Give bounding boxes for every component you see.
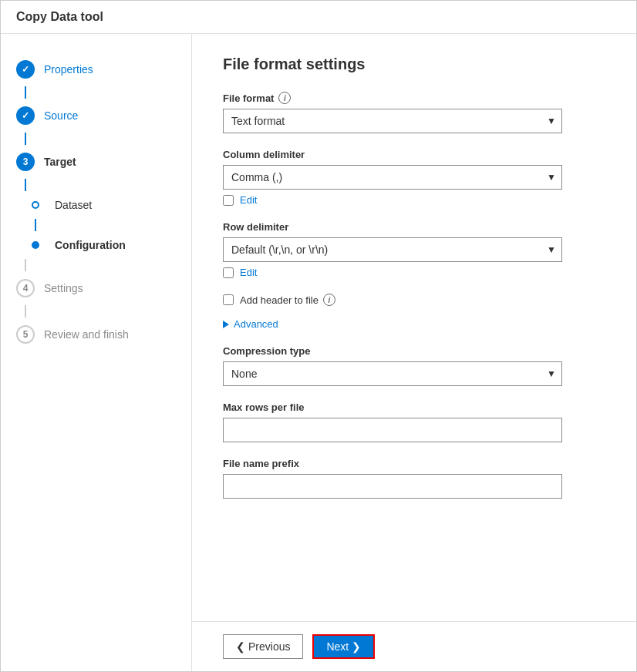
connector-4 — [35, 219, 36, 231]
advanced-row[interactable]: Advanced — [223, 318, 605, 330]
step-label-target: Target — [44, 156, 76, 168]
connector-2 — [25, 133, 26, 145]
column-delimiter-select[interactable]: Comma (,) Tab (\t) Pipe (|) Semicolon (;… — [223, 165, 562, 190]
compression-type-label: Compression type — [223, 345, 605, 357]
row-delimiter-select[interactable]: Default (\r,\n, or \r\n) \r\n \n \r None… — [223, 237, 562, 262]
sidebar-item-source[interactable]: ✓ Source — [1, 99, 191, 133]
row-delimiter-label: Row delimiter — [223, 221, 605, 233]
column-delimiter-select-wrapper: Comma (,) Tab (\t) Pipe (|) Semicolon (;… — [223, 165, 562, 190]
checkmark-icon-2: ✓ — [22, 110, 29, 121]
step-icon-target: 3 — [16, 153, 35, 171]
window-title: Copy Data tool — [16, 10, 103, 23]
content-area: ✓ Properties ✓ Source 3 Target — [1, 34, 636, 671]
previous-button[interactable]: ❮ Previous — [223, 634, 303, 659]
row-delimiter-group: Row delimiter Default (\r,\n, or \r\n) \… — [223, 221, 605, 278]
file-name-prefix-input[interactable] — [223, 474, 562, 499]
add-header-checkbox[interactable] — [223, 294, 234, 305]
step-icon-configuration — [32, 241, 39, 249]
connector-5 — [25, 259, 26, 271]
step-label-review: Review and finish — [44, 328, 129, 341]
step-label-properties: Properties — [44, 63, 93, 76]
file-name-prefix-group: File name prefix — [223, 458, 605, 499]
title-bar: Copy Data tool — [1, 1, 636, 34]
row-delimiter-edit-checkbox[interactable] — [223, 267, 234, 278]
advanced-triangle-icon — [223, 321, 229, 328]
max-rows-group: Max rows per file — [223, 402, 605, 442]
next-label: Next — [326, 640, 349, 653]
add-header-row: Add header to file i — [223, 294, 605, 306]
connector-1 — [25, 86, 26, 99]
compression-type-group: Compression type None bzip2 gzip deflate… — [223, 345, 605, 386]
row-delimiter-edit-label[interactable]: Edit — [240, 267, 257, 278]
sidebar-item-dataset[interactable]: Dataset — [1, 191, 191, 219]
column-delimiter-edit-checkbox[interactable] — [223, 195, 234, 206]
step-label-configuration: Configuration — [55, 239, 126, 251]
row-delimiter-edit-row: Edit — [223, 267, 605, 278]
step-number-target: 3 — [23, 156, 29, 167]
step-number-settings: 4 — [23, 283, 29, 294]
step-label-source: Source — [44, 109, 78, 122]
connector-6 — [25, 305, 26, 318]
row-delimiter-select-wrapper: Default (\r,\n, or \r\n) \r\n \n \r None… — [223, 237, 562, 262]
step-label-settings: Settings — [44, 282, 83, 294]
sidebar-item-review[interactable]: 5 Review and finish — [1, 318, 191, 351]
advanced-label: Advanced — [234, 318, 278, 330]
sidebar-item-configuration[interactable]: Configuration — [1, 231, 191, 259]
step-icon-review: 5 — [16, 325, 35, 344]
add-header-info-icon[interactable]: i — [323, 294, 335, 306]
max-rows-label: Max rows per file — [223, 402, 605, 413]
file-name-prefix-label: File name prefix — [223, 458, 605, 469]
file-format-group: File format i Text format Binary format … — [223, 92, 605, 133]
column-delimiter-label: Column delimiter — [223, 149, 605, 160]
page-title: File format settings — [223, 55, 605, 73]
file-format-select[interactable]: Text format Binary format JSON format OR… — [223, 109, 562, 133]
main-panel: File format settings File format i Text … — [192, 34, 636, 671]
file-format-info-icon[interactable]: i — [278, 92, 291, 104]
step-icon-source: ✓ — [16, 106, 35, 125]
file-format-select-wrapper: Text format Binary format JSON format OR… — [223, 109, 562, 133]
add-header-label[interactable]: Add header to file i — [240, 294, 335, 306]
file-format-label: File format i — [223, 92, 605, 104]
checkmark-icon: ✓ — [22, 64, 29, 75]
sidebar: ✓ Properties ✓ Source 3 Target — [1, 34, 192, 671]
previous-icon: ❮ — [236, 640, 245, 653]
max-rows-input[interactable] — [223, 418, 562, 442]
next-button[interactable]: Next ❯ — [312, 634, 375, 659]
column-delimiter-edit-label[interactable]: Edit — [240, 194, 257, 206]
step-number-review: 5 — [23, 329, 29, 340]
column-delimiter-group: Column delimiter Comma (,) Tab (\t) Pipe… — [223, 149, 605, 206]
sidebar-item-properties[interactable]: ✓ Properties — [1, 52, 191, 86]
compression-type-select-wrapper: None bzip2 gzip deflate ZipDeflate snapp… — [223, 361, 562, 386]
sidebar-item-target[interactable]: 3 Target — [1, 145, 191, 179]
step-icon-properties: ✓ — [16, 60, 35, 79]
sidebar-item-settings[interactable]: 4 Settings — [1, 271, 191, 305]
step-label-dataset: Dataset — [55, 199, 92, 211]
next-icon: ❯ — [352, 640, 361, 653]
step-icon-settings: 4 — [16, 279, 35, 297]
column-delimiter-edit-row: Edit — [223, 194, 605, 206]
step-icon-dataset — [32, 201, 39, 209]
connector-3 — [25, 179, 26, 191]
main-content: File format settings File format i Text … — [192, 34, 636, 621]
previous-label: Previous — [248, 640, 290, 653]
compression-type-select[interactable]: None bzip2 gzip deflate ZipDeflate snapp… — [223, 361, 562, 386]
copy-data-tool-window: Copy Data tool ✓ Properties ✓ Source — [0, 0, 637, 672]
footer: ❮ Previous Next ❯ — [192, 621, 636, 671]
